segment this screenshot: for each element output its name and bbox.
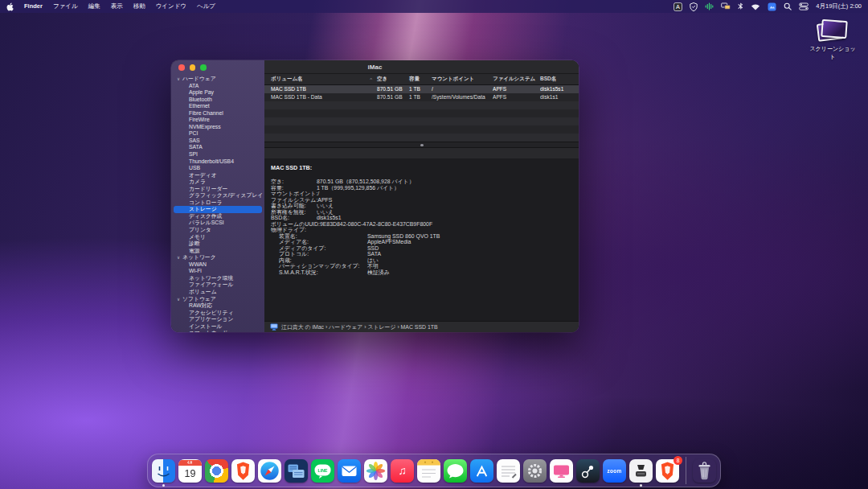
- sidebar-item[interactable]: スマートカード: [171, 330, 264, 332]
- menu-item-表示[interactable]: 表示: [111, 2, 123, 10]
- sidebar-item[interactable]: ディスク作成: [171, 213, 264, 220]
- sidebar-item[interactable]: SPI: [171, 151, 264, 158]
- menu-item-finder[interactable]: Finder: [24, 2, 43, 10]
- line-dock-icon[interactable]: LINE: [311, 459, 334, 483]
- settings-dock-icon[interactable]: [523, 459, 547, 483]
- safari-dock-icon[interactable]: [258, 459, 281, 483]
- sidebar-section[interactable]: ∨ソフトウェア: [171, 296, 264, 303]
- column-header[interactable]: BSD名: [540, 76, 579, 83]
- sidebar-item[interactable]: アクセシビリティ: [171, 310, 264, 317]
- empty-table-row[interactable]: [264, 101, 579, 109]
- minimize-button[interactable]: [190, 64, 196, 71]
- clamp-utility-dock-icon[interactable]: [629, 459, 653, 483]
- input-a-icon[interactable]: A: [674, 0, 682, 13]
- sidebar-item[interactable]: プリンタ: [171, 227, 264, 234]
- sidebar-item[interactable]: メモリ: [171, 234, 264, 241]
- detail-value: いいえ: [317, 203, 334, 208]
- table-row[interactable]: MAC SSD 1TB - Data870.51 GB1 TB/System/V…: [264, 93, 579, 101]
- sidebar-item[interactable]: USB: [171, 165, 264, 172]
- sidebar-item[interactable]: インストール: [171, 323, 264, 331]
- sidebar-item[interactable]: Fibre Channel: [171, 110, 264, 117]
- search-icon[interactable]: [784, 0, 792, 13]
- sidebar-item[interactable]: 電源: [171, 248, 264, 255]
- sidebar-item[interactable]: ボリューム: [171, 289, 264, 296]
- bluetooth-icon[interactable]: [738, 0, 743, 13]
- sidebar-section[interactable]: ∨ハードウェア: [171, 76, 264, 83]
- sidebar-item[interactable]: RAW対応: [171, 302, 264, 310]
- menu-clock[interactable]: 4月19日(土) 2:00: [816, 2, 862, 10]
- breadcrumb[interactable]: 江口貴大 の iMac › ハードウェア › ストレージ › MAC SSD 1…: [281, 323, 438, 331]
- splitter-grip-icon: [420, 144, 424, 146]
- music-dock-icon[interactable]: ♫: [391, 459, 414, 483]
- chrome-dock-icon[interactable]: [205, 459, 228, 483]
- column-header[interactable]: ボリューム名^: [264, 76, 377, 83]
- trash-dock-icon[interactable]: [693, 459, 716, 483]
- sidebar-item[interactable]: Apple Pay: [171, 89, 264, 97]
- menu-item-編集[interactable]: 編集: [88, 2, 100, 10]
- menu-item-ヘルプ[interactable]: ヘルプ: [197, 2, 215, 10]
- textedit-dock-icon[interactable]: [497, 459, 520, 483]
- audio-wave-icon[interactable]: [705, 0, 714, 13]
- sidebar-item[interactable]: オーディオ: [171, 172, 264, 179]
- table-row[interactable]: MAC SSD 1TB870.51 GB1 TB/APFSdisk1s5s1: [264, 85, 579, 93]
- menu-item-ウインドウ[interactable]: ウインドウ: [156, 2, 186, 10]
- sidebar-item[interactable]: SAS: [171, 138, 264, 145]
- empty-table-row[interactable]: [264, 134, 579, 142]
- sidebar-item[interactable]: FireWire: [171, 117, 264, 124]
- pane-splitter[interactable]: [264, 142, 579, 148]
- sidebar-item[interactable]: ATA: [171, 83, 264, 90]
- brave-dock-icon[interactable]: [231, 459, 255, 483]
- detail-value: /: [317, 191, 319, 196]
- shield-check-icon[interactable]: [690, 0, 698, 13]
- zoom-button[interactable]: [200, 64, 207, 71]
- sidebar-item[interactable]: Ethernet: [171, 103, 264, 110]
- messages-dock-icon[interactable]: [444, 459, 467, 483]
- appstore-dock-icon[interactable]: [470, 459, 493, 483]
- photos-dock-icon[interactable]: [364, 459, 387, 483]
- finder-dock-icon[interactable]: [152, 459, 175, 483]
- column-header[interactable]: 容量: [409, 76, 432, 83]
- sidebar-item[interactable]: パラレルSCSI: [171, 220, 264, 227]
- zoom-dock-icon[interactable]: zoom: [603, 459, 626, 483]
- menu-item-移動[interactable]: 移動: [133, 2, 145, 10]
- apple-logo-icon[interactable]: [6, 2, 14, 11]
- display-windows-icon[interactable]: [721, 0, 731, 13]
- filecards-dock-icon[interactable]: [285, 459, 308, 483]
- sidebar-item[interactable]: カードリーダー: [171, 186, 264, 193]
- empty-table-row[interactable]: [264, 117, 579, 125]
- empty-table-row[interactable]: [264, 125, 579, 134]
- column-header[interactable]: ファイルシステム: [493, 76, 540, 83]
- menu-item-ファイル[interactable]: ファイル: [53, 2, 78, 10]
- brave-badge-dock-icon[interactable]: 8: [656, 459, 679, 483]
- steam-dock-icon[interactable]: [576, 459, 600, 483]
- mail-dock-icon[interactable]: [338, 459, 361, 483]
- sidebar-item[interactable]: ストレージ: [174, 206, 262, 213]
- notes-dock-icon[interactable]: [417, 459, 440, 483]
- wifi-icon[interactable]: [751, 0, 760, 13]
- sidebar-item[interactable]: アプリケーション: [171, 316, 264, 323]
- sidebar-item[interactable]: Wi-Fi: [171, 268, 264, 275]
- sidebar-item[interactable]: ファイアウォール: [171, 281, 264, 289]
- empty-table-row[interactable]: [264, 109, 579, 117]
- sidebar-item[interactable]: Thunderbolt/USB4: [171, 158, 264, 166]
- blue-app-icon[interactable]: [768, 0, 776, 13]
- sidebar-item[interactable]: コントローラ: [171, 199, 264, 207]
- control-center-icon[interactable]: [799, 0, 809, 13]
- sidebar-item[interactable]: PCI: [171, 130, 264, 138]
- sidebar-item[interactable]: カメラ: [171, 179, 264, 186]
- sidebar-item[interactable]: Bluetooth: [171, 97, 264, 104]
- sidebar-item[interactable]: NVMExpress: [171, 124, 264, 131]
- calendar-dock-icon[interactable]: 4月19: [178, 459, 202, 483]
- sidebar-item[interactable]: 診断: [171, 240, 264, 248]
- column-header[interactable]: マウントポイント: [432, 76, 493, 83]
- sidebar-item[interactable]: グラフィックス/ディスプレイ: [171, 192, 264, 199]
- sidebar-item[interactable]: ネットワーク環境: [171, 275, 264, 282]
- sidebar-item[interactable]: WWAN: [171, 261, 264, 269]
- sidebar-item[interactable]: SATA: [171, 144, 264, 151]
- close-button[interactable]: [178, 64, 185, 71]
- sidebar-section[interactable]: ∨ネットワーク: [171, 254, 264, 261]
- column-header[interactable]: 空き: [377, 76, 409, 83]
- display-share-dock-icon[interactable]: [550, 459, 573, 483]
- detail-field: メディアのタイプ:SSD: [271, 245, 579, 252]
- desktop-screenshot-stack[interactable]: スクリーンショット: [807, 20, 858, 61]
